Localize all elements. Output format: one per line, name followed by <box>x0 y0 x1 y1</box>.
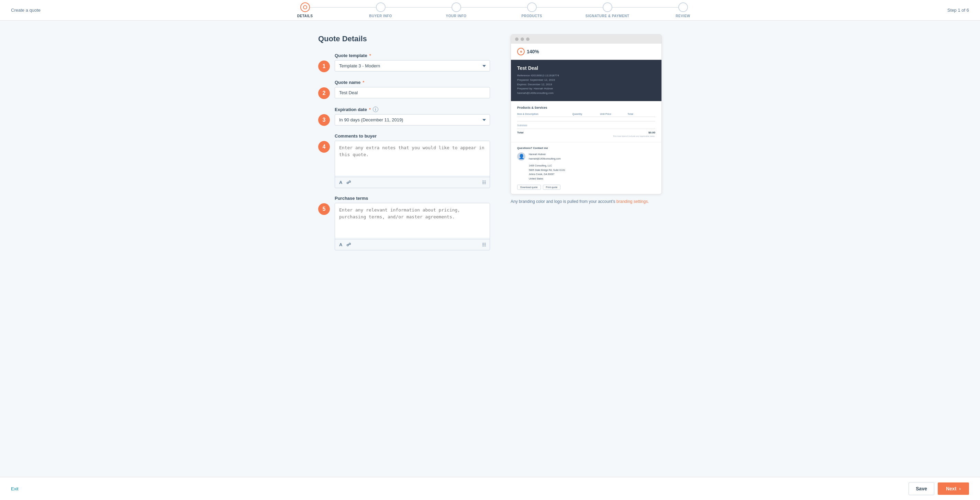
quote-template-group: 1 Quote template * Template 1 - Classic … <box>318 53 490 72</box>
preview-action-buttons: Download quote Print quote <box>517 185 655 190</box>
toolbar-bold-btn-2[interactable]: A <box>339 241 343 248</box>
avatar-person-icon: 👤 <box>519 154 524 159</box>
quote-template-label: Quote template * <box>335 53 490 58</box>
preview-window: ⊕ 140% Test Deal Reference #20190912-111… <box>511 34 662 194</box>
step-label-review: REVIEW <box>676 14 690 18</box>
step-badge-3: 3 <box>318 114 330 126</box>
step-badge-2: 2 <box>318 87 330 99</box>
step-label-buyer-info: BUYER INFO <box>369 14 392 18</box>
step-label-signature-payment: SIGNATURE & PAYMENT <box>585 14 630 18</box>
step-circle-review <box>678 2 688 12</box>
step-badge-4: 4 <box>318 141 330 153</box>
logo-text: 140% <box>527 49 539 54</box>
exit-button[interactable]: Exit <box>11 486 19 491</box>
preview-products-title: Products & Services <box>517 106 655 109</box>
branding-settings-link[interactable]: branding settings. <box>616 199 649 204</box>
titlebar-dot-3 <box>526 37 530 41</box>
preview-header: Test Deal Reference #20190912-111918774 … <box>511 60 662 101</box>
step-item-details[interactable]: DETAILS <box>267 2 343 18</box>
toolbar-list-icon-2[interactable]: ☷ <box>482 242 486 247</box>
preview-print-btn[interactable]: Print quote <box>543 185 561 190</box>
preview-total-row: Total $0.00 <box>517 129 655 134</box>
preview-download-btn[interactable]: Download quote <box>517 185 541 190</box>
expiration-info-icon[interactable]: i <box>373 107 378 112</box>
preview-th-qty: Quantity <box>573 113 600 115</box>
quote-name-label: Quote name * <box>335 80 490 85</box>
preview-section: ⊕ 140% Test Deal Reference #20190912-111… <box>511 34 662 463</box>
bottom-right-buttons: Save Next › <box>908 482 969 495</box>
preview-contact-title: Questions? Contact me <box>517 147 655 150</box>
preview-deal-name: Test Deal <box>517 65 655 71</box>
step-item-buyer-info[interactable]: BUYER INFO <box>343 2 418 18</box>
expiration-date-select-wrapper: In 90 days (December 11, 2019) In 30 day… <box>335 114 490 126</box>
top-nav: Create a quote DETAILSBUYER INFOYOUR INF… <box>0 0 980 21</box>
comments-group: 4 Comments to buyer A ☍ ☷ <box>318 133 490 188</box>
step-item-products[interactable]: PRODUCTS <box>494 2 570 18</box>
preview-products: Products & Services Item & Description Q… <box>511 101 662 142</box>
preview-titlebar <box>511 35 662 44</box>
comments-textarea-wrapper: A ☍ ☷ <box>335 141 490 188</box>
comments-textarea[interactable] <box>335 141 490 176</box>
quote-name-group: 2 Quote name * <box>318 80 490 99</box>
quote-template-select-wrapper: Template 1 - Classic Template 2 - Basic … <box>335 60 490 72</box>
step-circle-your-info <box>452 2 461 12</box>
preview-contact-details: Hannah Hubner hannah@1406consulting.com <box>529 152 565 161</box>
purchase-terms-label: Purchase terms <box>335 196 490 201</box>
form-title: Quote Details <box>318 34 490 43</box>
toolbar-bold-btn[interactable]: A <box>339 179 343 186</box>
step-label-your-info: YOUR INFO <box>446 14 467 18</box>
preview-contact-info: 👤 Hannah Hubner hannah@1406consulting.co… <box>517 152 655 181</box>
preview-logo-placeholder: ⊕ 140% <box>517 48 539 55</box>
next-arrow-icon: › <box>959 486 961 491</box>
purchase-terms-textarea[interactable] <box>335 203 490 238</box>
step-label-products: PRODUCTS <box>522 14 542 18</box>
titlebar-dot-2 <box>520 37 524 41</box>
create-quote-label: Create a quote <box>11 8 41 13</box>
preview-th-unit: Unit Price <box>600 113 627 115</box>
purchase-terms-toolbar: A ☍ ☷ <box>335 239 490 250</box>
toolbar-link-btn-2[interactable]: ☍ <box>346 241 352 248</box>
step-label-details: DETAILS <box>297 14 313 18</box>
quote-template-select[interactable]: Template 1 - Classic Template 2 - Basic … <box>335 60 490 72</box>
main-content: Quote Details 1 Quote template * Templat… <box>0 21 980 477</box>
preview-subtotals-label: Subtotals <box>517 124 655 126</box>
step-circle-products <box>527 2 537 12</box>
save-button[interactable]: Save <box>908 482 934 495</box>
step-circle-buyer-info <box>376 2 385 12</box>
preview-logo-bar: ⊕ 140% <box>511 44 662 60</box>
step-circle-signature-payment <box>603 2 612 12</box>
step-item-signature-payment[interactable]: SIGNATURE & PAYMENT <box>570 2 645 18</box>
quote-name-input[interactable] <box>335 87 490 98</box>
step-item-review[interactable]: REVIEW <box>645 2 721 18</box>
form-section: Quote Details 1 Quote template * Templat… <box>318 34 490 463</box>
step-circle-details <box>300 2 310 12</box>
preview-table-header: Item & Description Quantity Unit Price T… <box>517 113 655 117</box>
bottom-bar: Exit Save Next › <box>0 477 980 500</box>
preview-avatar: 👤 <box>517 152 525 161</box>
expiration-date-label: Expiration date * i <box>335 107 490 112</box>
step-badge-5: 5 <box>318 203 330 215</box>
branding-note: Any branding color and logo is pulled fr… <box>511 198 662 204</box>
svg-point-0 <box>304 5 307 9</box>
expiration-date-group: 3 Expiration date * i In 90 days (Decemb… <box>318 107 490 126</box>
expiration-date-select[interactable]: In 90 days (December 11, 2019) In 30 day… <box>335 114 490 126</box>
toolbar-list-icon[interactable]: ☷ <box>482 180 486 185</box>
step-indicator: Step 1 of 6 <box>947 8 969 13</box>
purchase-terms-textarea-wrapper: A ☍ ☷ <box>335 203 490 250</box>
preview-total-label: Total <box>517 131 524 134</box>
preview-th-total: Total <box>628 113 655 115</box>
preview-contact: Questions? Contact me 👤 Hannah Hubner ha… <box>511 142 662 194</box>
titlebar-dot-1 <box>515 37 519 41</box>
preview-subtotals: Subtotals <box>517 121 655 126</box>
preview-total-value: $0.00 <box>648 131 655 134</box>
next-button[interactable]: Next › <box>938 482 969 495</box>
purchase-terms-group: 5 Purchase terms A ☍ ☷ <box>318 196 490 250</box>
step-item-your-info[interactable]: YOUR INFO <box>418 2 494 18</box>
comments-toolbar: A ☍ ☷ <box>335 177 490 188</box>
preview-tax-note: This total doesn't include any applicabl… <box>517 135 655 137</box>
comments-label: Comments to buyer <box>335 133 490 139</box>
stepper: DETAILSBUYER INFOYOUR INFOPRODUCTSSIGNAT… <box>41 2 947 18</box>
logo-circle: ⊕ <box>517 48 525 55</box>
toolbar-link-btn[interactable]: ☍ <box>346 179 352 186</box>
preview-company-info: 1406 Consulting, LLC 5805 State Bridge R… <box>529 164 565 181</box>
